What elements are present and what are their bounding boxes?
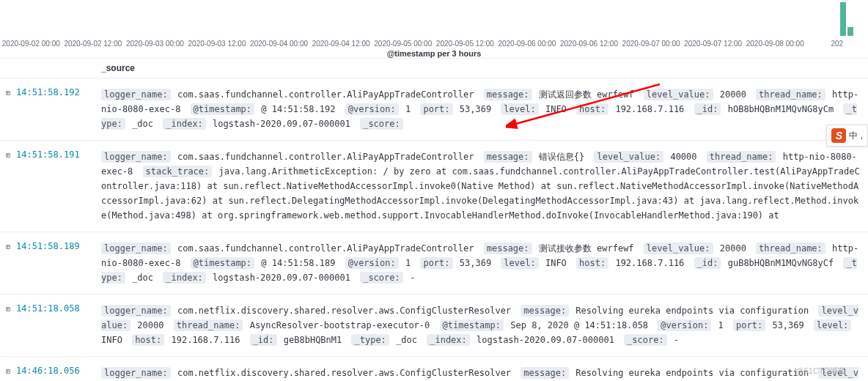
expand-row-icon[interactable]: ⊞ <box>6 243 13 251</box>
row-source[interactable]: logger_name: com.netflix.discovery.share… <box>95 299 868 352</box>
field-key: message: <box>521 367 569 379</box>
field-value: - <box>410 273 415 283</box>
field-value: _doc <box>132 273 158 283</box>
field-value: 1 <box>718 320 729 330</box>
field-key: @timestamp: <box>440 319 504 331</box>
field-value: 40000 <box>670 152 702 162</box>
table-row: ⊞14:51:18.058logger_name: com.netflix.di… <box>0 295 868 357</box>
field-value: 错误信息{} <box>539 152 590 162</box>
field-value: logstash-2020.09.07-000001 <box>477 335 619 345</box>
field-key: level: <box>501 103 538 115</box>
table-row: ⊞14:51:58.191logger_name: com.saas.fundc… <box>0 141 868 232</box>
timestamp-histogram[interactable]: 2020-09-02 00:002020-09-02 12:002020-09-… <box>0 0 868 59</box>
field-value: com.saas.fundchannel.controller.AliPayAp… <box>177 89 479 100</box>
row-source[interactable]: logger_name: com.saas.fundchannel.contro… <box>95 83 868 136</box>
row-source[interactable]: logger_name: com.saas.fundchannel.contro… <box>95 237 868 289</box>
field-key: @version: <box>658 319 711 331</box>
field-key: message: <box>484 89 532 100</box>
x-tick: 202 <box>806 40 868 48</box>
row-timestamp[interactable]: ⊞14:46:18.056 <box>0 361 95 381</box>
field-value: 1 <box>405 258 416 268</box>
field-key: port: <box>420 103 452 115</box>
field-value: Resolving eureka endpoints via configura… <box>575 306 814 316</box>
field-value: INFO <box>545 104 572 114</box>
field-value: 53,369 <box>460 104 497 114</box>
x-tick: 2020-09-03 12:00 <box>186 40 249 48</box>
table-row: ⊞14:51:58.192logger_name: com.saas.fundc… <box>0 78 868 141</box>
field-key: @timestamp: <box>191 257 254 269</box>
x-tick: 2020-09-07 00:00 <box>620 40 683 48</box>
ime-logo-icon: S <box>831 128 846 143</box>
field-value: 192.168.7.116 <box>171 335 245 345</box>
x-tick: 2020-09-05 12:00 <box>434 40 496 48</box>
field-key: level_value: <box>594 151 663 163</box>
field-key: thread_name: <box>707 151 776 163</box>
x-tick: 2020-09-06 00:00 <box>496 40 559 48</box>
field-key: level: <box>814 319 851 331</box>
row-source[interactable]: logger_name: com.saas.fundchannel.contro… <box>95 145 868 227</box>
field-value: geB8bHQBnM1 <box>284 335 347 345</box>
x-tick: 2020-09-03 00:00 <box>124 40 186 48</box>
field-value: 192.168.7.116 <box>615 258 689 268</box>
field-key: stack_trace: <box>143 166 213 177</box>
field-key: message: <box>484 151 532 163</box>
x-axis-label: @timestamp per 3 hours <box>0 49 868 58</box>
field-value: Sep 8, 2020 @ 14:51:18.058 <box>510 320 653 330</box>
field-key: _index: <box>427 334 470 346</box>
table-row: ⊞14:51:58.189logger_name: com.saas.fundc… <box>0 232 868 295</box>
field-value: 53,369 <box>460 258 497 268</box>
field-value: 1 <box>405 104 416 114</box>
time-column-header[interactable] <box>0 59 95 78</box>
field-value: 20000 <box>720 89 751 100</box>
field-key: port: <box>733 319 765 331</box>
field-key: _type: <box>351 334 389 346</box>
x-axis-ticks: 2020-09-02 00:002020-09-02 12:002020-09-… <box>0 40 868 48</box>
field-key: port: <box>420 257 452 269</box>
expand-row-icon[interactable]: ⊞ <box>6 367 13 375</box>
field-key: _index: <box>163 272 206 284</box>
field-value: 20000 <box>720 243 751 254</box>
x-tick: 2020-09-06 12:00 <box>558 40 620 48</box>
field-value: 测试接收参数 ewrfewf <box>539 243 639 254</box>
field-value: logstash-2020.09.07-000001 <box>213 119 356 129</box>
table-header: _source <box>0 59 868 78</box>
field-key: @version: <box>345 257 399 269</box>
field-key: message: <box>484 243 532 254</box>
field-key: _id: <box>694 257 721 269</box>
source-column-header[interactable]: _source <box>95 59 868 78</box>
field-key: logger_name: <box>101 151 171 163</box>
row-timestamp[interactable]: ⊞14:51:58.192 <box>0 83 95 136</box>
row-timestamp[interactable]: ⊞14:51:18.058 <box>0 299 95 352</box>
field-value: @ 14:51:58.189 <box>261 258 340 268</box>
row-timestamp[interactable]: ⊞14:51:58.191 <box>0 145 95 227</box>
field-value: 20000 <box>137 320 169 330</box>
expand-row-icon[interactable]: ⊞ <box>6 89 13 97</box>
histogram-bars <box>840 2 853 36</box>
field-value: - <box>674 335 679 345</box>
field-value: _doc <box>132 119 158 129</box>
field-key: host: <box>132 334 164 346</box>
field-value: AsyncResolver-bootstrap-executor-0 <box>250 320 435 330</box>
field-key: _score: <box>360 272 403 284</box>
x-tick: 2020-09-05 00:00 <box>372 40 434 48</box>
field-key: @version: <box>345 103 399 115</box>
expand-row-icon[interactable]: ⊞ <box>6 151 13 159</box>
field-key: level_value: <box>644 243 713 254</box>
field-key: logger_name: <box>101 89 171 100</box>
x-tick: 2020-09-02 00:00 <box>0 40 62 48</box>
field-key: logger_name: <box>101 305 171 317</box>
field-value: com.netflix.discovery.shared.resolver.aw… <box>177 368 516 378</box>
field-value: Resolving eureka endpoints via configura… <box>575 368 814 378</box>
field-key: host: <box>576 257 608 269</box>
field-key: thread_name: <box>174 319 243 331</box>
field-key: logger_name: <box>101 367 171 379</box>
ime-badge[interactable]: S 中 , <box>826 125 868 147</box>
field-key: _index: <box>163 118 206 130</box>
row-timestamp[interactable]: ⊞14:51:58.189 <box>0 237 95 289</box>
row-source[interactable]: logger_name: com.netflix.discovery.share… <box>95 361 868 381</box>
field-value: com.netflix.discovery.shared.resolver.aw… <box>177 306 516 316</box>
field-value: @ 14:51:58.192 <box>261 104 340 114</box>
field-value: INFO <box>101 335 128 345</box>
expand-row-icon[interactable]: ⊞ <box>6 305 13 313</box>
x-tick: 2020-09-07 12:00 <box>682 40 744 48</box>
